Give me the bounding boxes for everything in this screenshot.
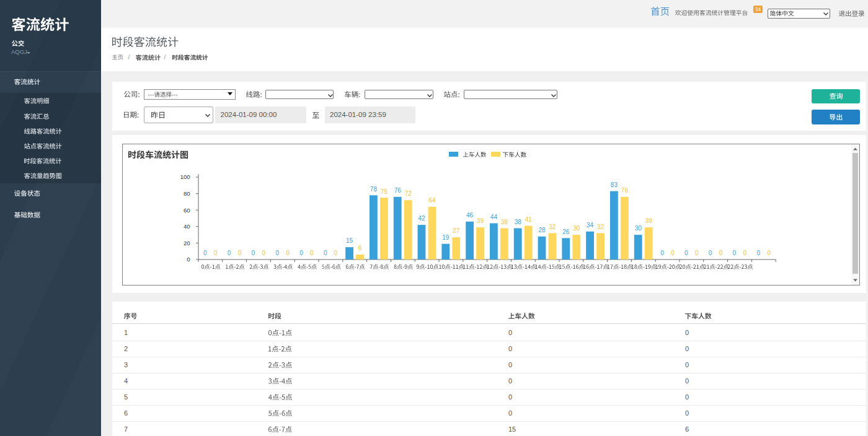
svg-text:0: 0 bbox=[743, 250, 746, 256]
svg-text:78: 78 bbox=[370, 186, 377, 193]
svg-text:15: 15 bbox=[346, 237, 353, 244]
svg-text:72: 72 bbox=[404, 190, 412, 197]
svg-text:76: 76 bbox=[621, 187, 628, 194]
svg-text:83: 83 bbox=[610, 181, 618, 188]
svg-text:0: 0 bbox=[251, 250, 255, 256]
svg-text:41: 41 bbox=[525, 216, 532, 223]
svg-text:0: 0 bbox=[671, 250, 675, 256]
svg-text:0: 0 bbox=[203, 250, 207, 256]
svg-text:19: 19 bbox=[442, 234, 450, 241]
svg-text:0: 0 bbox=[286, 250, 290, 256]
svg-text:32: 32 bbox=[597, 224, 604, 230]
svg-text:0: 0 bbox=[299, 250, 303, 256]
svg-text:0: 0 bbox=[660, 250, 664, 256]
svg-text:30: 30 bbox=[634, 225, 642, 232]
svg-text:0: 0 bbox=[334, 250, 338, 256]
svg-text:40: 40 bbox=[183, 223, 190, 230]
svg-text:60: 60 bbox=[183, 207, 190, 214]
svg-text:0: 0 bbox=[732, 250, 736, 256]
svg-text:34: 34 bbox=[587, 222, 594, 229]
svg-text:44: 44 bbox=[490, 214, 497, 220]
svg-text:0: 0 bbox=[187, 256, 190, 263]
svg-text:0: 0 bbox=[310, 250, 314, 256]
svg-text:64: 64 bbox=[428, 197, 436, 204]
svg-text:32: 32 bbox=[549, 224, 556, 230]
svg-text:0: 0 bbox=[214, 250, 218, 256]
svg-text:38: 38 bbox=[514, 219, 521, 225]
svg-text:0: 0 bbox=[275, 250, 279, 256]
svg-text:75: 75 bbox=[380, 188, 388, 195]
svg-text:28: 28 bbox=[538, 227, 546, 233]
svg-text:0: 0 bbox=[695, 250, 699, 256]
svg-text:46: 46 bbox=[466, 212, 474, 219]
svg-text:0: 0 bbox=[767, 250, 771, 256]
svg-text:20: 20 bbox=[183, 240, 190, 246]
svg-text:0: 0 bbox=[227, 250, 231, 256]
svg-text:100: 100 bbox=[180, 173, 190, 180]
svg-text:39: 39 bbox=[645, 217, 652, 224]
svg-text:39: 39 bbox=[477, 217, 484, 224]
svg-text:30: 30 bbox=[573, 225, 580, 232]
svg-text:0: 0 bbox=[237, 250, 241, 256]
svg-text:26: 26 bbox=[562, 229, 570, 235]
svg-text:27: 27 bbox=[453, 227, 460, 234]
svg-text:42: 42 bbox=[418, 215, 425, 222]
svg-text:0: 0 bbox=[756, 250, 760, 256]
svg-text:6: 6 bbox=[358, 245, 361, 251]
svg-text:0: 0 bbox=[262, 250, 265, 256]
svg-text:76: 76 bbox=[394, 187, 401, 194]
svg-text:0: 0 bbox=[684, 250, 688, 256]
svg-text:0: 0 bbox=[324, 250, 327, 256]
svg-text:0: 0 bbox=[708, 250, 712, 256]
svg-text:38: 38 bbox=[500, 219, 508, 225]
svg-text:0: 0 bbox=[719, 250, 722, 256]
svg-text:80: 80 bbox=[183, 190, 190, 197]
